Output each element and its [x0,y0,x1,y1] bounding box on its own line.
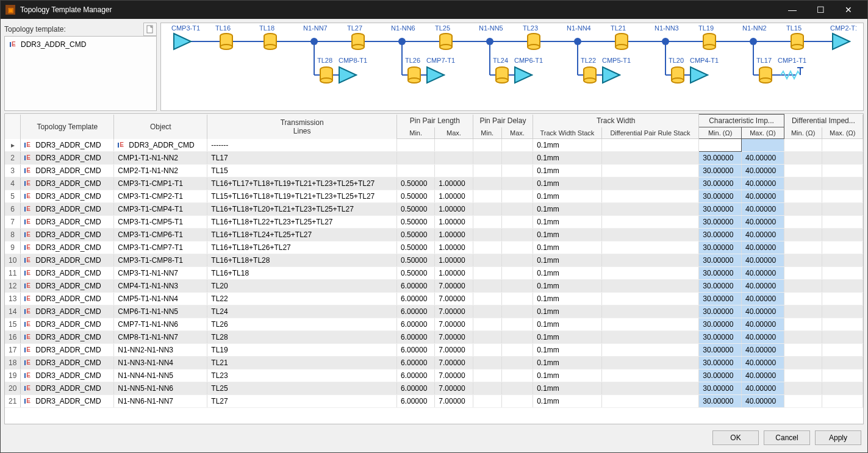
table-cell[interactable] [601,395,699,408]
table-cell[interactable]: 30.00000 [699,203,742,216]
table-cell[interactable] [784,293,822,305]
table-cell[interactable]: CMP1-T1-N1-NN2 [114,152,207,165]
col-tw-stack[interactable]: Track Width Stack [533,127,602,139]
table-cell[interactable] [501,190,533,203]
table-row[interactable]: 13DDR3_ADDR_CMDCMP5-T1-N1-NN4TL226.00000… [5,293,863,305]
table-cell[interactable]: TL16+TL18+TL20+TL21+TL23+TL25+TL27 [207,203,397,216]
table-cell[interactable] [501,344,533,357]
table-cell[interactable]: DDR3_ADDR_CMD [21,331,114,344]
table-cell[interactable]: CMP3-T1-CMP2-T1 [114,190,207,203]
table-cell[interactable]: DDR3_ADDR_CMD [21,165,114,177]
table-cell[interactable] [473,280,501,293]
table-cell[interactable] [501,395,533,408]
table-cell[interactable]: N1-NN4-N1-NN5 [114,369,207,382]
table-cell[interactable]: 30.00000 [699,357,742,369]
table-cell[interactable]: 1.00000 [435,254,473,267]
table-cell[interactable]: 16 [5,331,21,344]
table-cell[interactable]: 5 [5,190,21,203]
table-cell[interactable] [822,190,863,203]
table-cell[interactable]: 1.00000 [435,229,473,241]
table-cell[interactable]: 40.00000 [742,203,784,216]
table-cell[interactable]: TL21 [207,357,397,369]
table-cell[interactable]: 14 [5,305,21,318]
table-cell[interactable]: 0.1mm [533,280,602,293]
table-cell[interactable] [601,203,699,216]
template-tree[interactable]: DDR3_ADDR_CMD [4,36,157,111]
table-cell[interactable]: 40.00000 [742,369,784,382]
table-cell[interactable]: 7.00000 [435,318,473,331]
table-cell[interactable]: 11 [5,267,21,280]
table-cell[interactable]: 0.1mm [533,305,602,318]
table-row[interactable]: 6DDR3_ADDR_CMDCMP3-T1-CMP4-T1TL16+TL18+T… [5,203,863,216]
col-dmax[interactable]: Max. [501,127,533,139]
table-cell[interactable]: N1-NN5-N1-NN6 [114,382,207,395]
table-cell[interactable]: CMP6-T1-N1-NN5 [114,305,207,318]
table-cell[interactable] [784,177,822,190]
table-cell[interactable]: N1-NN6-N1-NN7 [114,395,207,408]
table-cell[interactable] [822,216,863,229]
table-cell[interactable]: 30.00000 [699,305,742,318]
table-cell[interactable]: CMP8-T1-N1-NN7 [114,331,207,344]
table-cell[interactable] [601,254,699,267]
table-cell[interactable] [784,203,822,216]
table-row[interactable]: 2DDR3_ADDR_CMDCMP1-T1-N1-NN2TL170.1mm30.… [5,152,863,165]
table-cell[interactable]: 18 [5,357,21,369]
table-cell[interactable]: 40.00000 [742,241,784,254]
grid-panel[interactable]: Topology Template Object Transmission Li… [4,113,864,424]
table-cell[interactable]: 1.00000 [435,190,473,203]
col-tlines[interactable]: Transmission Lines [207,115,397,139]
table-cell[interactable]: 0.1mm [533,190,602,203]
table-cell[interactable]: 0.1mm [533,152,602,165]
table-cell[interactable]: 40.00000 [742,382,784,395]
table-cell[interactable]: TL26 [207,318,397,331]
table-cell[interactable]: TL16+TL18+TL28 [207,254,397,267]
table-cell[interactable]: 7.00000 [435,280,473,293]
table-cell[interactable]: TL19 [207,344,397,357]
table-row[interactable]: 16DDR3_ADDR_CMDCMP8-T1-N1-NN7TL286.00000… [5,331,863,344]
table-cell[interactable]: DDR3_ADDR_CMD [21,190,114,203]
table-cell[interactable] [822,357,863,369]
table-row[interactable]: 12DDR3_ADDR_CMDCMP4-T1-N1-NN3TL206.00000… [5,280,863,293]
table-cell[interactable] [601,190,699,203]
table-cell[interactable] [473,152,501,165]
table-cell[interactable] [473,216,501,229]
table-cell[interactable]: TL16+TL18+TL26+TL27 [207,241,397,254]
minimize-button[interactable]: — [778,1,806,19]
table-cell[interactable]: 8 [5,229,21,241]
table-cell[interactable]: DDR3_ADDR_CMD [21,344,114,357]
table-cell[interactable]: 30.00000 [699,229,742,241]
table-cell[interactable]: CMP3-T1-CMP7-T1 [114,241,207,254]
table-cell[interactable] [784,254,822,267]
table-cell[interactable] [601,165,699,177]
table-cell[interactable] [601,139,699,152]
table-cell[interactable] [601,267,699,280]
table-cell[interactable]: DDR3_ADDR_CMD [21,357,114,369]
col-track-width[interactable]: Track Width [533,115,699,127]
table-cell[interactable] [601,331,699,344]
table-cell[interactable]: 0.1mm [533,254,602,267]
table-cell[interactable] [822,318,863,331]
table-row[interactable]: 10DDR3_ADDR_CMDCMP3-T1-CMP8-T1TL16+TL18+… [5,254,863,267]
tree-item-ddr3[interactable]: DDR3_ADDR_CMD [7,39,154,50]
table-cell[interactable] [473,229,501,241]
table-cell[interactable]: 0.50000 [396,190,434,203]
table-cell[interactable]: 0.1mm [533,382,602,395]
table-cell[interactable] [822,395,863,408]
table-cell[interactable]: 9 [5,241,21,254]
table-cell[interactable] [601,305,699,318]
table-cell[interactable]: 6.00000 [396,369,434,382]
table-cell[interactable] [501,357,533,369]
table-cell[interactable]: TL22 [207,293,397,305]
table-cell[interactable]: 40.00000 [742,318,784,331]
table-cell[interactable] [822,267,863,280]
table-cell[interactable]: 12 [5,280,21,293]
table-cell[interactable] [822,369,863,382]
table-cell[interactable]: 40.00000 [742,280,784,293]
table-row[interactable]: 20DDR3_ADDR_CMDN1-NN5-N1-NN6TL256.000007… [5,382,863,395]
table-cell[interactable] [473,331,501,344]
table-cell[interactable] [822,331,863,344]
table-cell[interactable] [784,152,822,165]
table-cell[interactable] [473,177,501,190]
table-cell[interactable]: 6.00000 [396,293,434,305]
table-cell[interactable]: 0.50000 [396,254,434,267]
